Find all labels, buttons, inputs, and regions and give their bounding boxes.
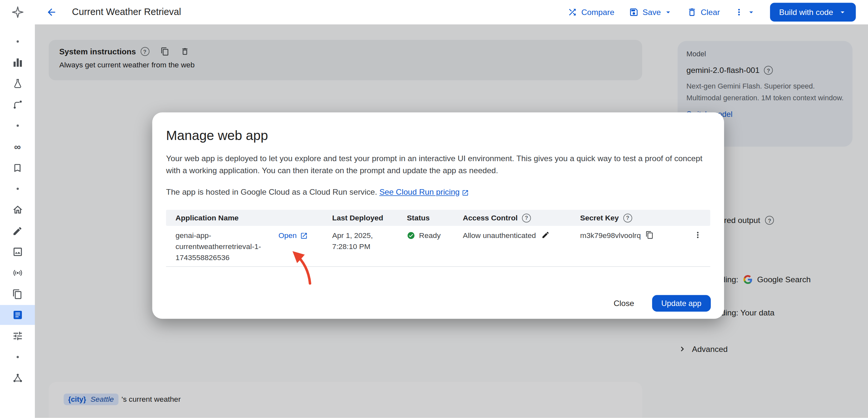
secret-key-cell: m3k79e98vlvoolrq [580, 230, 686, 241]
secret-key-help-icon[interactable]: ? [623, 213, 632, 222]
save-button[interactable]: Save [629, 7, 661, 17]
col-status: Status [407, 214, 463, 222]
status-check-icon [407, 231, 415, 240]
col-last-deployed: Last Deployed [332, 214, 407, 222]
open-label: Open [278, 230, 297, 241]
row-actions-cell [686, 230, 710, 239]
cloud-run-pricing-link[interactable]: See Cloud Run pricing [379, 188, 460, 196]
manage-web-app-dialog: Manage web app Your web app is deployed … [152, 112, 724, 319]
external-link-icon [462, 189, 469, 196]
status-badge: Ready [419, 230, 440, 241]
vertex-ai-logo[interactable] [0, 5, 35, 19]
nav-tune-icon[interactable] [0, 326, 35, 347]
access-control-help-icon[interactable]: ? [522, 213, 531, 222]
nav-library-icon-selected[interactable] [0, 305, 35, 325]
dialog-description: Your web app is deployed to let you expl… [166, 153, 710, 176]
compare-icon [567, 7, 578, 17]
nav-image-icon[interactable] [0, 241, 35, 262]
rail-separator-dot [0, 178, 35, 199]
nav-infinity-icon[interactable]: ∞ [0, 136, 35, 157]
compare-button[interactable]: Compare [567, 7, 614, 17]
topbar-actions: Compare Save Clear Build with code [567, 3, 868, 22]
build-with-code-label: Build with code [779, 8, 833, 17]
nav-copy-stack-icon[interactable] [0, 284, 35, 305]
back-button[interactable] [46, 6, 57, 18]
kebab-menu-icon[interactable] [734, 7, 744, 17]
rail-separator-dot [0, 31, 35, 52]
copy-secret-icon[interactable] [645, 231, 654, 239]
save-dropdown-caret-icon[interactable] [663, 8, 672, 17]
clear-label: Clear [701, 8, 720, 17]
hosting-text: The app is hosted in Google Cloud as a C… [166, 188, 377, 196]
nav-edit-icon[interactable] [0, 220, 35, 242]
col-access-control: Access Control? [463, 213, 580, 222]
application-name-cell: genai-app-currentweatherretrieval-1-1743… [166, 230, 332, 263]
table-row: genai-app-currentweatherretrieval-1-1743… [166, 226, 710, 267]
status-cell: Ready [407, 230, 463, 241]
overflow-caret-icon[interactable] [747, 8, 756, 17]
hosting-line: The app is hosted in Google Cloud as a C… [166, 188, 710, 196]
table-header-row: Application Name Last Deployed Status Ac… [166, 210, 710, 226]
open-in-new-icon [300, 232, 308, 239]
secret-key-value: m3k79e98vlvoolrq [580, 230, 641, 241]
compare-label: Compare [581, 8, 614, 17]
sparkle-icon [12, 7, 23, 17]
left-nav-rail: ∞ [0, 24, 35, 418]
nav-home-icon[interactable] [0, 199, 35, 220]
trash-icon [687, 7, 697, 17]
top-app-bar: Current Weather Retrieval Compare Save C… [0, 0, 868, 24]
save-label: Save [643, 8, 661, 17]
access-control-value: Allow unauthenticated [463, 230, 536, 241]
nav-route-icon[interactable] [0, 94, 35, 115]
nav-hub-icon[interactable] [0, 367, 35, 389]
arrow-back-icon [46, 6, 57, 18]
col-application-name: Application Name [166, 214, 332, 222]
row-kebab-menu-icon[interactable] [693, 230, 703, 239]
nav-bookmark-icon[interactable] [0, 157, 35, 179]
edit-access-icon[interactable] [541, 231, 550, 239]
page-title: Current Weather Retrieval [72, 6, 181, 18]
access-control-cell: Allow unauthenticated [463, 230, 580, 241]
save-icon [629, 7, 639, 17]
nav-experiment-icon[interactable] [0, 73, 35, 94]
nav-broadcast-icon[interactable] [0, 262, 35, 284]
rail-separator-dot [0, 115, 35, 136]
last-deployed-cell: Apr 1, 2025, 7:28:10 PM [332, 230, 407, 252]
save-button-group: Save [629, 7, 672, 17]
dialog-title: Manage web app [166, 128, 710, 143]
deployed-time: 7:28:10 PM [332, 241, 407, 252]
overflow-menu-group [734, 7, 756, 17]
deployed-apps-table: Application Name Last Deployed Status Ac… [166, 210, 710, 267]
col-secret-key: Secret Key? [580, 213, 686, 222]
build-caret-icon [838, 8, 847, 17]
build-with-code-button[interactable]: Build with code [770, 3, 856, 22]
rail-separator-dot [0, 346, 35, 367]
application-name: genai-app-currentweatherretrieval-1-1743… [176, 230, 271, 263]
dialog-footer: Close Update app [614, 295, 711, 312]
close-button[interactable]: Close [614, 299, 634, 308]
clear-button[interactable]: Clear [687, 7, 720, 17]
app-root: Current Weather Retrieval Compare Save C… [0, 0, 868, 418]
deployed-date: Apr 1, 2025, [332, 230, 407, 241]
open-app-link[interactable]: Open [278, 230, 308, 241]
nav-analytics-icon[interactable] [0, 52, 35, 73]
update-app-button[interactable]: Update app [652, 295, 711, 312]
